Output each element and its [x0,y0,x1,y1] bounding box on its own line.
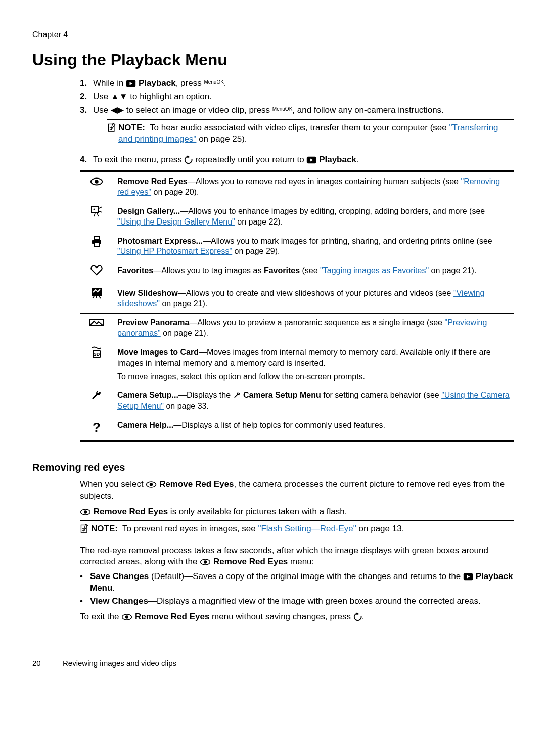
up-down-icon: ▲▼ [111,92,128,101]
bullet-list: •Save Changes (Default)—Saves a copy of … [80,571,514,607]
steps-list: 1. While in Playback, press MenuOK. 2. U… [80,78,514,166]
wrench-icon [233,391,241,399]
step-1: 1. While in Playback, press MenuOK. [80,78,514,90]
table-row: Photosmart Express...—Allows you to mark… [80,232,514,261]
table-row: Move Images to Card—Moves images from in… [80,343,514,386]
para: The red-eye removal process takes a few … [80,545,514,568]
note-box: NOTE: To prevent red eyes in images, see… [80,520,514,540]
playback-icon [306,156,316,164]
panorama-icon [80,314,112,343]
wrench-icon [80,386,112,416]
note-icon [107,122,118,145]
step-3: 3. Use ◀▶ to select an image or video cl… [80,105,514,152]
link-design-gallery[interactable]: "Using the Design Gallery Menu" [117,217,235,226]
eye-icon [200,558,211,566]
back-icon [184,155,193,164]
sub-heading: Removing red eyes [32,461,514,474]
footer-caption: Reviewing images and video clips [63,659,176,668]
step-2: 2. Use ▲▼ to highlight an option. [80,91,514,103]
left-right-icon: ◀▶ [111,105,124,115]
link-favorites[interactable]: "Tagging images as Favorites" [320,266,429,275]
eye-icon [80,508,91,516]
table-row: Favorites—Allows you to tag images as Fa… [80,261,514,284]
list-item: •View Changes—Displays a magnified view … [80,596,514,607]
chapter-label: Chapter 4 [32,29,514,40]
note-box: NOTE: To hear audio associated with vide… [107,119,514,148]
table-row: ? Camera Help...—Displays a list of help… [80,416,514,441]
note-icon [80,523,91,537]
photosmart-icon [80,232,112,261]
link-photosmart[interactable]: "Using HP Photosmart Express" [117,247,232,255]
sd-card-icon [80,343,112,386]
table-row: Camera Setup...—Displays the Camera Setu… [80,386,514,416]
heart-icon [80,261,112,284]
page-number: 20 [32,658,63,669]
eye-icon [121,613,132,621]
help-icon: ? [80,416,112,441]
playback-icon [126,80,136,87]
menu-ok-icon: MenuOK [204,80,223,84]
menu-ok-icon: MenuOK [272,107,292,111]
link-flash-red-eye[interactable]: "Flash Setting—Red-Eye" [258,524,356,533]
eye-icon [146,481,157,488]
table-row: View Slideshow—Allows you to create and … [80,284,514,314]
playback-icon [463,573,473,581]
eye-icon [80,171,112,202]
para: Remove Red Eyes is only available for pi… [80,506,514,518]
page-footer: 20Reviewing images and video clips [32,658,514,669]
table-row: Preview Panorama—Allows you to preview a… [80,314,514,343]
slideshow-icon [80,284,112,314]
para: To exit the Remove Red Eyes menu without… [80,611,514,623]
para: When you select Remove Red Eyes, the cam… [80,479,514,502]
list-item: •Save Changes (Default)—Saves a copy of … [80,571,514,594]
step-4: 4. To exit the menu, press repeatedly un… [80,154,514,166]
table-row: Design Gallery...—Allows you to enhance … [80,202,514,232]
playback-menu-table: Remove Red Eyes—Allows you to remove red… [80,170,514,442]
design-gallery-icon [80,202,112,232]
page-title: Using the Playback Menu [32,49,514,71]
table-row: Remove Red Eyes—Allows you to remove red… [80,171,514,202]
back-icon [353,612,362,621]
